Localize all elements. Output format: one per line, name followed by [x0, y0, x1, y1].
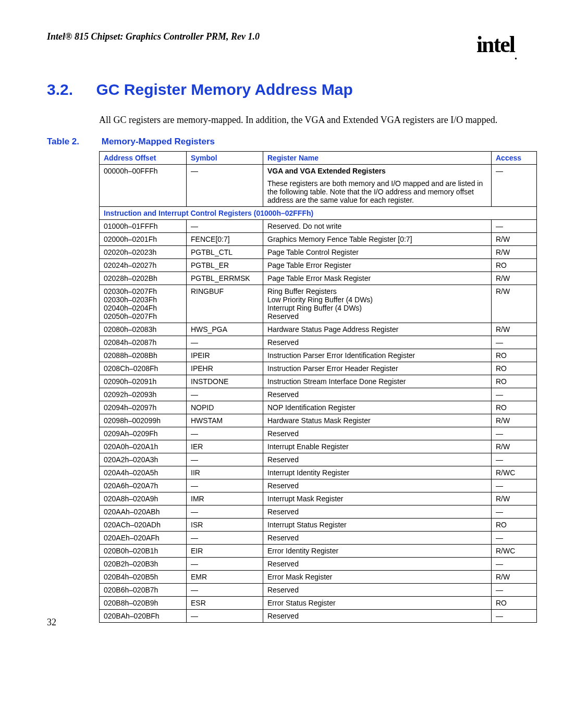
table-row: 020A6h–020A7h—Reserved—: [100, 479, 537, 492]
cell-access: —: [492, 479, 537, 492]
cell-symbol: —: [187, 479, 263, 492]
cell-symbol: IPEHR: [187, 362, 263, 375]
col-header-address: Address Offset: [100, 152, 187, 165]
cell-address: 02094h–02097h: [100, 401, 187, 414]
cell-address: 02030h–0207Fh 02030h–0203Fh 02040h–0204F…: [100, 285, 187, 323]
intel-logo: intel.: [476, 31, 516, 60]
cell-access: R/W: [492, 440, 537, 453]
cell-access: —: [492, 336, 537, 349]
cell-access: R/W: [492, 492, 537, 505]
cell-name: Reserved. Do not write: [263, 220, 492, 233]
table-section-row: Instruction and Interrupt Control Regist…: [100, 207, 537, 220]
page: Intel® 815 Chipset: Graphics Controller …: [0, 0, 563, 644]
cell-address: 02092h–02093h: [100, 388, 187, 401]
section-heading: 3.2. GC Register Memory Address Map: [47, 81, 516, 98]
cell-access: R/W: [492, 571, 537, 584]
table-row: 020AEh–020AFh—Reserved—: [100, 532, 537, 545]
cell-address: 02020h–02023h: [100, 246, 187, 259]
register-name-title: VGA and VGA Extended Registers: [267, 167, 386, 175]
cell-address: 02090h–02091h: [100, 375, 187, 388]
cell-address: 0209Ah–0209Fh: [100, 427, 187, 440]
table-row: 02030h–0207Fh 02030h–0203Fh 02040h–0204F…: [100, 285, 537, 323]
cell-symbol: HWS_PGA: [187, 323, 263, 336]
cell-address: 02000h–0201Fh: [100, 233, 187, 246]
cell-name: Reserved: [263, 427, 492, 440]
cell-name: Interrupt Mask Register: [263, 492, 492, 505]
cell-symbol: —: [187, 532, 263, 545]
cell-access: R/W: [492, 233, 537, 246]
table-row: 020A8h–020A9hIMRInterrupt Mask RegisterR…: [100, 492, 537, 505]
table-header-row: Address Offset Symbol Register Name Acce…: [100, 152, 537, 165]
register-name-body: These registers are both memory and I/O …: [267, 179, 487, 204]
cell-symbol: —: [187, 165, 263, 207]
cell-symbol: PGTBL_ERRMSK: [187, 272, 263, 285]
cell-name: Reserved: [263, 558, 492, 571]
cell-name: Reserved: [263, 505, 492, 519]
table-row: 02028h–0202BhPGTBL_ERRMSKPage Table Erro…: [100, 272, 537, 285]
cell-symbol: —: [187, 453, 263, 466]
cell-symbol: —: [187, 584, 263, 597]
cell-access: R/W: [492, 246, 537, 259]
cell-name: Page Table Error Mask Register: [263, 272, 492, 285]
table-row: 020B4h–020B5hEMRError Mask RegisterR/W: [100, 571, 537, 584]
cell-name: Reserved: [263, 532, 492, 545]
cell-name: Instruction Parser Error Header Register: [263, 362, 492, 375]
col-header-name: Register Name: [263, 152, 492, 165]
table-section-header: Instruction and Interrupt Control Regist…: [100, 207, 537, 220]
cell-name: Reserved: [263, 479, 492, 492]
cell-access: —: [492, 610, 537, 623]
cell-address: 020A6h–020A7h: [100, 479, 187, 492]
cell-access: R/W: [492, 323, 537, 336]
cell-symbol: NOPID: [187, 401, 263, 414]
cell-address: 020A4h–020A5h: [100, 466, 187, 479]
table-row: 01000h–01FFFh—Reserved. Do not write—: [100, 220, 537, 233]
cell-name: Interrupt Enable Register: [263, 440, 492, 453]
col-header-access: Access: [492, 152, 537, 165]
cell-address: 02098h–002099h: [100, 414, 187, 427]
cell-symbol: FENCE[0:7]: [187, 233, 263, 246]
cell-symbol: HWSTAM: [187, 414, 263, 427]
cell-symbol: IPEIR: [187, 349, 263, 362]
cell-symbol: ESR: [187, 597, 263, 610]
cell-address: 02028h–0202Bh: [100, 272, 187, 285]
table-row: 02090h–02091hINSTDONEInstruction Stream …: [100, 375, 537, 388]
table-row: 02020h–02023hPGTBL_CTLPage Table Control…: [100, 246, 537, 259]
table-row: 020AAh–020ABh—Reserved—: [100, 505, 537, 519]
cell-symbol: IIR: [187, 466, 263, 479]
cell-symbol: EIR: [187, 545, 263, 558]
cell-name: Reserved: [263, 336, 492, 349]
table-row: 0208Ch–0208FhIPEHRInstruction Parser Err…: [100, 362, 537, 375]
cell-address: 020A2h–020A3h: [100, 453, 187, 466]
cell-name: Instruction Stream Interface Done Regist…: [263, 375, 492, 388]
cell-access: —: [492, 505, 537, 519]
table-caption-label: Table 2.: [47, 137, 99, 147]
cell-address: 020A8h–020A9h: [100, 492, 187, 505]
cell-symbol: —: [187, 610, 263, 623]
cell-address: 020AEh–020AFh: [100, 532, 187, 545]
cell-name: NOP Identification Register: [263, 401, 492, 414]
cell-name: Interrupt Identity Register: [263, 466, 492, 479]
cell-access: R/W: [492, 272, 537, 285]
cell-symbol: ISR: [187, 519, 263, 532]
table-row: 020B6h–020B7h—Reserved—: [100, 584, 537, 597]
table-row: 02024h–02027hPGTBL_ERPage Table Error Re…: [100, 259, 537, 272]
cell-name: Error Identity Register: [263, 545, 492, 558]
cell-symbol: EMR: [187, 571, 263, 584]
cell-access: RO: [492, 259, 537, 272]
cell-name: Page Table Error Register: [263, 259, 492, 272]
cell-name: Reserved: [263, 388, 492, 401]
document-header: Intel® 815 Chipset: Graphics Controller …: [47, 31, 260, 42]
cell-access: RO: [492, 519, 537, 532]
cell-address: 02024h–02027h: [100, 259, 187, 272]
cell-symbol: IMR: [187, 492, 263, 505]
table-row: 00000h–00FFFh — VGA and VGA Extended Reg…: [100, 165, 537, 207]
cell-address: 00000h–00FFFh: [100, 165, 187, 207]
cell-symbol: PGTBL_ER: [187, 259, 263, 272]
cell-access: —: [492, 453, 537, 466]
cell-symbol: PGTBL_CTL: [187, 246, 263, 259]
cell-name: Graphics Memory Fence Table Register [0:…: [263, 233, 492, 246]
cell-symbol: —: [187, 336, 263, 349]
cell-address: 020AAh–020ABh: [100, 505, 187, 519]
table-row: 020B0h–020B1hEIRError Identity RegisterR…: [100, 545, 537, 558]
table-caption: Table 2. Memory-Mapped Registers: [47, 137, 516, 147]
